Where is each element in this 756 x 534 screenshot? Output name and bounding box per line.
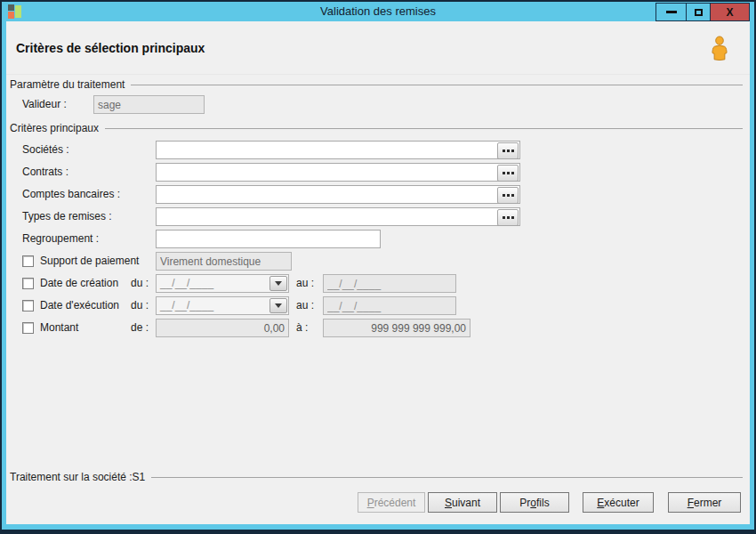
page-title: Critères de sélection principaux	[16, 41, 205, 55]
comptes-bancaires-lookup-button[interactable]	[497, 187, 519, 204]
comptes-bancaires-label: Comptes bancaires :	[22, 185, 120, 204]
date-execution-from-label: du :	[131, 296, 149, 315]
societes-input[interactable]	[156, 141, 520, 159]
group-rule	[131, 85, 743, 85]
combo-dropdown-button[interactable]	[269, 276, 287, 291]
ellipsis-icon	[503, 216, 505, 219]
date-creation-from-combo[interactable]: __/__/____	[156, 274, 289, 293]
precedent-button[interactable]: Précédent	[358, 492, 425, 513]
close-button[interactable]: X	[710, 3, 750, 21]
date-creation-from-value: __/__/____	[160, 275, 213, 292]
types-remises-label: Types de remises :	[22, 207, 112, 226]
types-remises-input[interactable]	[156, 207, 520, 226]
date-creation-to-label: au :	[296, 274, 314, 293]
date-execution-from-value: __/__/____	[160, 297, 213, 314]
status-rule	[151, 477, 743, 478]
comptes-bancaires-input[interactable]	[156, 185, 520, 204]
ellipsis-icon	[503, 194, 505, 197]
societes-row	[156, 141, 520, 159]
montant-from-input[interactable]	[156, 319, 289, 337]
types-remises-row	[156, 207, 520, 226]
status-text: Traitement sur la société :S1	[10, 471, 145, 483]
treatment-group-header: Paramètre du traitement	[10, 78, 743, 91]
date-creation-to-input[interactable]	[323, 274, 456, 293]
date-creation-checkbox[interactable]	[22, 278, 34, 289]
treatment-group-label: Paramètre du traitement	[10, 78, 125, 91]
comptes-bancaires-row	[156, 185, 520, 204]
societes-label: Sociétés :	[22, 141, 69, 159]
date-creation-label: Date de création	[40, 274, 118, 293]
support-paiement-label: Support de paiement	[40, 252, 139, 271]
dialog-content: Critères de sélection principaux Paramèt…	[6, 21, 750, 524]
status-line: Traitement sur la société :S1	[10, 471, 743, 483]
date-execution-checkbox[interactable]	[22, 300, 34, 312]
contrats-row	[156, 163, 520, 182]
types-remises-lookup-button[interactable]	[497, 209, 519, 226]
ellipsis-icon	[503, 172, 505, 174]
group-rule	[105, 128, 743, 129]
regroupement-input[interactable]	[156, 230, 381, 248]
date-execution-from-combo[interactable]: __/__/____	[156, 296, 289, 315]
maximize-icon	[695, 9, 703, 16]
montant-to-label: à :	[296, 319, 308, 337]
button-row: Précédent Suivant Profils Exécuter Ferme…	[6, 492, 750, 513]
window-title: Validation des remises	[2, 2, 754, 21]
profils-button[interactable]: Profils	[500, 492, 569, 513]
contrats-label: Contrats :	[22, 163, 68, 182]
contrats-lookup-button[interactable]	[497, 165, 519, 182]
minimize-button[interactable]	[655, 3, 687, 21]
valideur-input[interactable]	[93, 95, 205, 114]
criteria-group-label: Critères principaux	[10, 122, 99, 134]
contrats-input[interactable]	[156, 163, 520, 182]
montant-from-label: de :	[131, 319, 149, 337]
executer-button[interactable]: Exécuter	[583, 492, 654, 513]
dialog-window: Validation des remises X Critères de sél…	[2, 2, 754, 530]
date-execution-to-input[interactable]	[323, 296, 456, 315]
chevron-down-icon	[275, 303, 282, 308]
fermer-button[interactable]: Fermer	[668, 492, 741, 513]
combo-dropdown-button[interactable]	[269, 298, 287, 313]
date-execution-label: Date d'exécution	[40, 296, 119, 315]
ellipsis-icon	[503, 150, 505, 152]
montant-to-input[interactable]	[323, 319, 470, 337]
date-creation-from-label: du :	[131, 274, 149, 293]
support-paiement-checkbox[interactable]	[22, 255, 34, 267]
chevron-down-icon	[275, 281, 282, 286]
regroupement-label: Regroupement :	[22, 230, 99, 248]
window-controls: X	[656, 3, 750, 21]
minimize-icon	[666, 11, 677, 13]
montant-label: Montant	[40, 319, 78, 337]
support-paiement-input[interactable]	[156, 252, 292, 271]
date-execution-to-label: au :	[296, 296, 314, 315]
valideur-label: Valideur :	[22, 95, 67, 114]
close-icon: X	[726, 6, 733, 19]
suivant-button[interactable]: Suivant	[428, 492, 497, 513]
maximize-button[interactable]	[686, 3, 711, 21]
page-header: Critères de sélection principaux	[6, 21, 750, 75]
criteria-group-header: Critères principaux	[10, 122, 743, 134]
montant-checkbox[interactable]	[22, 322, 34, 334]
user-icon	[709, 36, 730, 61]
titlebar[interactable]: Validation des remises X	[2, 2, 754, 21]
societes-lookup-button[interactable]	[497, 142, 519, 159]
